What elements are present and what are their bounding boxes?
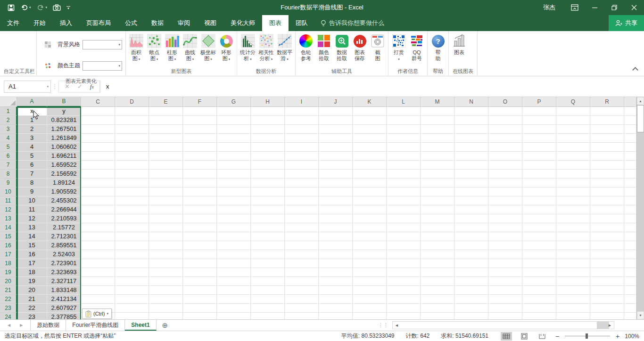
cell-G7[interactable] (217, 161, 251, 170)
cell-M13[interactable] (421, 214, 454, 223)
cell-M20[interactable] (421, 277, 454, 286)
cell-G20[interactable] (217, 277, 251, 286)
cell-R22[interactable] (590, 295, 624, 304)
column-header-C[interactable]: C (81, 97, 115, 107)
cell-Q6[interactable] (556, 152, 590, 161)
cell-J19[interactable] (319, 268, 353, 277)
cell-L17[interactable] (387, 250, 421, 259)
undo-button[interactable]: ▾ (20, 4, 31, 11)
cell-Q13[interactable] (556, 214, 590, 223)
cell-N19[interactable] (454, 268, 488, 277)
menu-tab-10[interactable]: 团队 (289, 15, 315, 31)
cell-B23[interactable]: 2.607927 (47, 304, 81, 313)
cell-B7[interactable]: 1.659522 (47, 161, 81, 170)
chart-save-button[interactable]: 图表保存 (351, 32, 369, 62)
page-layout-view-button[interactable] (519, 332, 530, 341)
cell-F3[interactable] (183, 125, 217, 134)
menu-tab-9[interactable]: 图表 (262, 15, 289, 31)
cell-B10[interactable]: 1.905592 (47, 187, 81, 196)
cell-X6[interactable] (624, 152, 636, 161)
cell-M10[interactable] (421, 187, 454, 196)
row-header-23[interactable]: 23 (0, 304, 17, 313)
cell-R19[interactable] (590, 268, 624, 277)
cell-F2[interactable] (183, 116, 217, 125)
cell-K5[interactable] (353, 143, 387, 152)
cell-I10[interactable] (285, 187, 319, 196)
cell-E12[interactable] (149, 205, 183, 214)
vertical-scrollbar[interactable]: ▲ ▼ (636, 97, 644, 319)
cell-M17[interactable] (421, 250, 454, 259)
zoom-out-button[interactable]: − (554, 333, 560, 340)
cell-B19[interactable]: 2.323693 (47, 268, 81, 277)
cell-K24[interactable] (353, 313, 387, 319)
stats-analysis-button[interactable]: 统计分析 ▾ (239, 32, 257, 62)
cell-A18[interactable]: 17 (17, 259, 47, 268)
cell-E4[interactable] (149, 134, 183, 143)
cell-O16[interactable] (488, 241, 522, 250)
cell-M7[interactable] (421, 161, 454, 170)
cell-H13[interactable] (251, 214, 285, 223)
cell-X9[interactable] (624, 179, 636, 187)
cell-E18[interactable] (149, 259, 183, 268)
cell-E7[interactable] (149, 161, 183, 170)
cell-X17[interactable] (624, 250, 636, 259)
row-header-1[interactable]: 1 (0, 107, 17, 116)
cell-C5[interactable] (81, 143, 115, 152)
cell-K2[interactable] (353, 116, 387, 125)
cell-O14[interactable] (488, 223, 522, 232)
normal-view-button[interactable] (501, 332, 512, 341)
column-header-G[interactable]: G (217, 97, 251, 107)
cell-Q19[interactable] (556, 268, 590, 277)
cell-D19[interactable] (115, 268, 149, 277)
cell-M15[interactable] (421, 232, 454, 241)
cell-H3[interactable] (251, 125, 285, 134)
cell-R16[interactable] (590, 241, 624, 250)
cell-G9[interactable] (217, 179, 251, 187)
cell-M9[interactable] (421, 179, 454, 187)
cell-R13[interactable] (590, 214, 624, 223)
column-header-Q[interactable]: Q (556, 97, 590, 107)
cell-X24[interactable] (624, 313, 636, 319)
cell-G2[interactable] (217, 116, 251, 125)
sheet-nav-left-arrow[interactable]: ◀ (8, 323, 10, 327)
cell-H18[interactable] (251, 259, 285, 268)
cell-P7[interactable] (522, 161, 556, 170)
cell-L23[interactable] (387, 304, 421, 313)
cell-R21[interactable] (590, 286, 624, 295)
cell-G17[interactable] (217, 250, 251, 259)
cell-P16[interactable] (522, 241, 556, 250)
cell-A13[interactable]: 12 (17, 214, 47, 223)
cell-E5[interactable] (149, 143, 183, 152)
cell-A17[interactable]: 16 (17, 250, 47, 259)
cell-G4[interactable] (217, 134, 251, 143)
cell-J1[interactable] (319, 107, 353, 116)
cell-C13[interactable] (81, 214, 115, 223)
menu-tab-3[interactable]: 页面布局 (79, 15, 118, 31)
cell-N12[interactable] (454, 205, 488, 214)
cell-D14[interactable] (115, 223, 149, 232)
cell-C1[interactable] (81, 107, 115, 116)
cell-J16[interactable] (319, 241, 353, 250)
cell-I8[interactable] (285, 170, 319, 179)
scroll-down-arrow[interactable]: ▼ (637, 311, 644, 319)
cell-D9[interactable] (115, 179, 149, 187)
cell-N8[interactable] (454, 170, 488, 179)
cell-H15[interactable] (251, 232, 285, 241)
cell-O10[interactable] (488, 187, 522, 196)
cell-A10[interactable]: 9 (17, 187, 47, 196)
cell-N9[interactable] (454, 179, 488, 187)
menu-tab-7[interactable]: 视图 (197, 15, 223, 31)
cell-O11[interactable] (488, 196, 522, 205)
cell-H22[interactable] (251, 295, 285, 304)
screenshot-button[interactable]: 截图 (369, 32, 387, 62)
cell-P17[interactable] (522, 250, 556, 259)
cell-L22[interactable] (387, 295, 421, 304)
cell-P6[interactable] (522, 152, 556, 161)
curve-chart-button[interactable]: 曲线图 ▾ (181, 32, 199, 62)
cell-F18[interactable] (183, 259, 217, 268)
cell-E2[interactable] (149, 116, 183, 125)
cell-X3[interactable] (624, 125, 636, 134)
cell-B4[interactable]: 1.261849 (47, 134, 81, 143)
cell-I23[interactable] (285, 304, 319, 313)
cell-B5[interactable]: 1.060602 (47, 143, 81, 152)
